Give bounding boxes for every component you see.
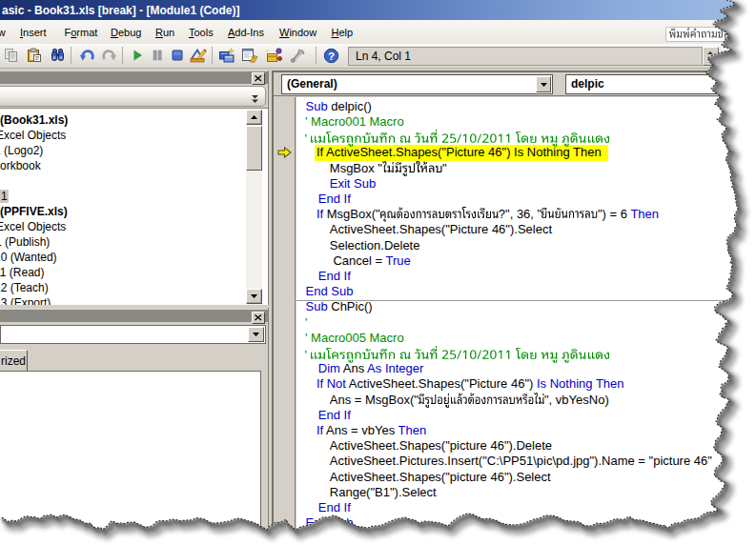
svg-text:?: ? xyxy=(328,50,335,62)
